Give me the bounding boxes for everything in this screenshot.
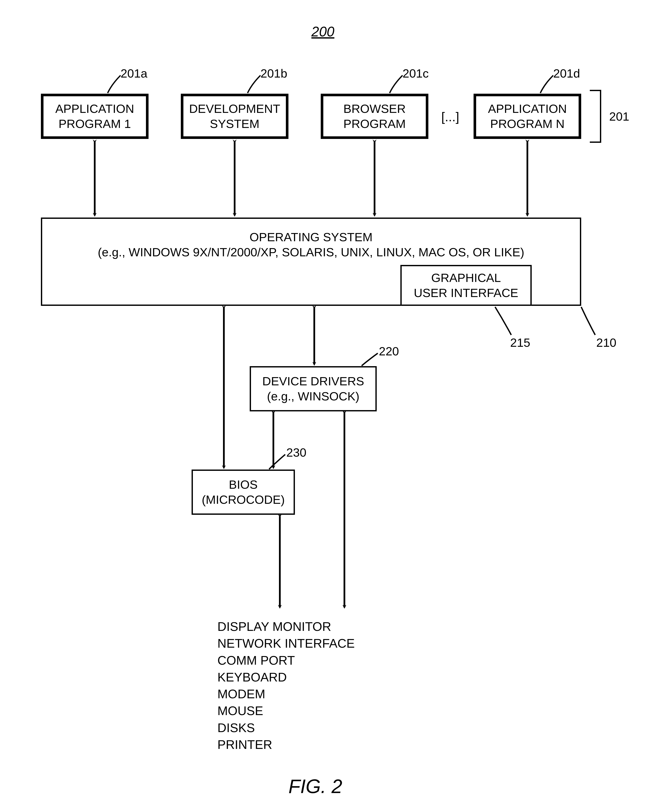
bios: BIOS (MICROCODE) [192, 470, 295, 515]
ref-201: 201 [609, 110, 629, 123]
devices-list: DISPLAY MONITOR NETWORK INTERFACE COMM P… [218, 618, 355, 753]
label: PROGRAM 1 [59, 116, 131, 131]
ref-210: 210 [596, 336, 616, 350]
device: COMM PORT [218, 652, 355, 669]
label: GRAPHICAL [431, 270, 501, 285]
app-program-n: APPLICATION PROGRAM N [474, 94, 581, 139]
ref-220: 220 [379, 345, 399, 358]
device: DISPLAY MONITOR [218, 618, 355, 635]
label: PROGRAM N [490, 116, 564, 131]
label: BIOS [229, 477, 257, 492]
device: MODEM [218, 685, 355, 702]
label: OPERATING SYSTEM [250, 230, 372, 245]
label: APPLICATION [488, 101, 567, 116]
label: BROWSER [343, 101, 405, 116]
label: SYSTEM [210, 116, 259, 131]
development-system: DEVELOPMENT SYSTEM [181, 94, 288, 139]
ref-201a: 201a [120, 67, 148, 80]
label: USER INTERFACE [414, 285, 518, 301]
label: (e.g., WINDOWS 9X/NT/2000/XP, SOLARIS, U… [98, 245, 524, 260]
label: PROGRAM [343, 116, 405, 131]
ref-230: 230 [286, 446, 306, 459]
ref-201d: 201d [553, 67, 580, 80]
label: (e.g., WINSOCK) [267, 389, 359, 404]
gui: GRAPHICAL USER INTERFACE [401, 265, 532, 306]
label: APPLICATION [55, 101, 134, 116]
ref-201c: 201c [402, 67, 428, 80]
diagram-page: 200 APPLICATION PROGRAM 1 DEVELOPMENT SY… [0, 0, 649, 812]
device: PRINTER [218, 736, 355, 753]
device-drivers: DEVICE DRIVERS (e.g., WINSOCK) [250, 366, 377, 411]
figure-caption: FIG. 2 [288, 775, 342, 798]
device: KEYBOARD [218, 669, 355, 685]
ref-201b: 201b [261, 67, 287, 80]
app-program-1: APPLICATION PROGRAM 1 [41, 94, 149, 139]
label: DEVICE DRIVERS [262, 374, 364, 389]
device: DISKS [218, 719, 355, 736]
device: NETWORK INTERFACE [218, 635, 355, 652]
browser-program: BROWSER PROGRAM [321, 94, 428, 139]
figure-number: 200 [302, 24, 344, 40]
label: DEVELOPMENT [189, 101, 280, 116]
ellipsis: [...] [441, 110, 459, 124]
device: MOUSE [218, 702, 355, 719]
ref-215: 215 [510, 336, 530, 350]
label: (MICROCODE) [202, 492, 285, 507]
